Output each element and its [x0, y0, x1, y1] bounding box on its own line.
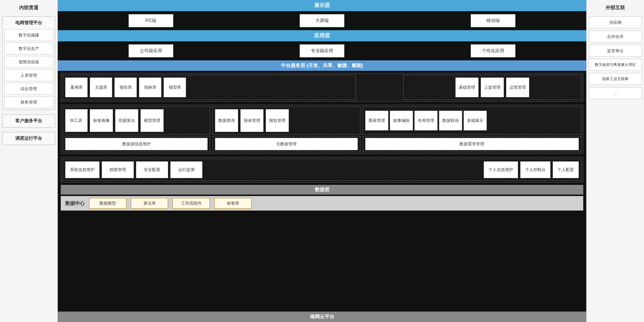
- layout-manage[interactable]: 布局管理: [414, 111, 438, 130]
- personal-console[interactable]: 个人控制台: [520, 161, 550, 178]
- analysis-section: BI工具 标签画像 挖掘算法 模型管理 数据查询 报表管理 报告管理 图表管理 …: [61, 105, 583, 154]
- analysis-top-row: BI工具 标签画像 挖掘算法 模型管理 数据查询 报表管理 报告管理 图表管理 …: [63, 107, 581, 135]
- mobile-box[interactable]: 移动端: [471, 14, 515, 27]
- workflow-component-box[interactable]: 工作流组件: [173, 198, 210, 209]
- analysis-group3: 图表管理 故事编辑 布局管理 数据联动 多端展示: [363, 107, 581, 135]
- indicator-library[interactable]: 指标库: [139, 78, 161, 97]
- report-table-manage[interactable]: 报表管理: [240, 109, 263, 132]
- chart-manage[interactable]: 图表管理: [365, 111, 388, 130]
- dispatch-title: 调度运行平台: [15, 134, 42, 143]
- model-library[interactable]: 模型库: [164, 78, 186, 97]
- datasource-maintain: 数据源信息维护: [63, 136, 210, 152]
- datasource-maintain-box[interactable]: 数据源信息维护: [65, 138, 208, 150]
- spacer: [358, 75, 401, 100]
- sidebar-right-digital-gov[interactable]: 数字政府与粤港澳大湾区: [589, 59, 642, 71]
- power-grid-group: 电网管理平台 数字化规建 数字化生产 智慧供应链 人资管理 综合管理 财务管理: [2, 16, 55, 110]
- sidebar-right-supplier[interactable]: 供应商: [589, 16, 642, 28]
- multi-display[interactable]: 多端展示: [464, 111, 487, 130]
- permission-manage[interactable]: 权限管理: [102, 161, 134, 178]
- report-library[interactable]: 报告库: [114, 78, 137, 97]
- library-group: 案例库 主题库 报告库 指标库 模型库: [63, 75, 356, 100]
- knowledge-row: 案例库 主题库 报告库 指标库 模型库 基础管理 上架管理 运营管理: [63, 75, 581, 100]
- analysis-group1: BI工具 标签画像 挖掘算法 模型管理: [63, 107, 210, 135]
- personal-app-box[interactable]: 个性化应用: [471, 44, 515, 57]
- system-group1-row: 系统信息维护 权限管理 安全配置 运行监测 个人信息维护 个人控制台 个人配置: [63, 159, 581, 181]
- sidebar-right: 外部互联 供应商 合作伙伴 监管单位 数字政府与粤港澳大湾区 国家工业互联网 .…: [586, 0, 644, 322]
- analysis-bottom-row: 数据源信息维护 元数据管理 数据需求管理: [63, 136, 581, 152]
- personal-config[interactable]: 个人配置: [553, 161, 579, 178]
- model-manage[interactable]: 模型管理: [141, 109, 164, 132]
- sidebar-item-finance[interactable]: 财务管理: [4, 96, 53, 108]
- theme-library[interactable]: 主题库: [90, 78, 112, 97]
- display-layer-items: PC端 大屏端 移动端: [58, 11, 586, 30]
- customer-service-title: 客户服务平台: [15, 116, 42, 126]
- bi-tool[interactable]: BI工具: [65, 109, 88, 132]
- sidebar-item-comprehensive[interactable]: 综合管理: [4, 83, 53, 95]
- data-demand-manage: 数据需求管理: [363, 136, 581, 152]
- inner-sections: 案例库 主题库 报告库 指标库 模型库 基础管理 上架管理 运营管理: [58, 71, 586, 312]
- sidebar-item-digital-prod[interactable]: 数字化生产: [4, 42, 53, 54]
- sidebar-item-hr[interactable]: 人资管理: [4, 69, 53, 81]
- analysis-group2: 数据查询 报表管理 报告管理: [212, 107, 360, 135]
- data-layer-header: 数据层: [61, 185, 583, 195]
- sidebar-item-smart-supply[interactable]: 智慧供应链: [4, 56, 53, 68]
- tag-library-box[interactable]: 标签库: [214, 198, 252, 209]
- sidebar-item-digital-build[interactable]: 数字化规建: [4, 29, 53, 41]
- power-grid-title: 电网管理平台: [15, 18, 42, 28]
- report-manage[interactable]: 报告管理: [266, 109, 289, 132]
- metadata-manage: 元数据管理: [212, 136, 360, 152]
- operation-manage[interactable]: 运营管理: [506, 78, 529, 97]
- metadata-manage-box[interactable]: 元数据管理: [215, 138, 357, 150]
- sidebar-right-more[interactable]: ...: [589, 87, 642, 99]
- personal-info-maintain[interactable]: 个人信息维护: [484, 161, 518, 178]
- data-center-label: 数据中心: [65, 200, 85, 207]
- big-screen-box[interactable]: 大屏端: [300, 14, 344, 27]
- data-link[interactable]: 数据联动: [439, 111, 462, 130]
- operation-monitor[interactable]: 运行监测: [170, 161, 202, 178]
- sidebar-right-industrial[interactable]: 国家工业互联网: [589, 73, 642, 85]
- sidebar-right-title: 外部互联: [606, 3, 625, 13]
- sidebar-left-title: 内部贯通: [19, 3, 38, 13]
- dispatch-group: 调度运行平台: [2, 132, 55, 145]
- data-model-box[interactable]: 数据模型: [89, 198, 126, 209]
- professional-app-box[interactable]: 专业级应用: [300, 44, 344, 57]
- app-layer-items: 公司级应用 专业级应用 个性化应用: [58, 41, 586, 60]
- system-section: 系统信息维护 权限管理 安全配置 运行监测 个人信息维护 个人控制台 个人配置: [61, 157, 583, 183]
- mining-algorithm[interactable]: 挖掘算法: [115, 109, 138, 132]
- management-group: 基础管理 上架管理 运营管理: [403, 75, 581, 100]
- story-edit[interactable]: 故事编辑: [390, 111, 413, 130]
- company-app-box[interactable]: 公司级应用: [129, 44, 173, 57]
- system-info-maintain[interactable]: 系统信息维护: [65, 161, 100, 178]
- pc-box[interactable]: PC端: [129, 14, 173, 27]
- app-layer-header: 应用层: [58, 30, 586, 41]
- shelf-manage[interactable]: 上架管理: [481, 78, 504, 97]
- tag-portrait[interactable]: 标签画像: [90, 109, 113, 132]
- data-center-row: 数据中心 数据模型 算法库 工作流组件 标签库: [61, 196, 583, 211]
- bottom-platform: 南网云平台: [58, 312, 586, 322]
- sidebar-right-partner[interactable]: 合作伙伴: [589, 31, 642, 42]
- display-layer-header: 展示层: [58, 0, 586, 11]
- data-demand-box[interactable]: 数据需求管理: [365, 138, 579, 150]
- knowledge-section: 案例库 主题库 报告库 指标库 模型库 基础管理 上架管理 运营管理: [61, 73, 583, 102]
- service-layer-header: 中台服务层 (开发、共享、敏捷、赋能): [58, 60, 586, 71]
- sidebar-right-regulator[interactable]: 监管单位: [589, 45, 642, 57]
- data-query[interactable]: 数据查询: [215, 109, 238, 132]
- algorithm-library-box[interactable]: 算法库: [131, 198, 168, 209]
- main-content: 展示层 PC端 大屏端 移动端 应用层 公司级应用 专业级应用 个性化应用 中台…: [58, 0, 586, 322]
- basic-manage[interactable]: 基础管理: [455, 78, 479, 97]
- case-library[interactable]: 案例库: [65, 78, 88, 97]
- customer-service-group: 客户服务平台: [2, 114, 55, 127]
- sidebar-left: 内部贯通 电网管理平台 数字化规建 数字化生产 智慧供应链 人资管理 综合管理 …: [0, 0, 58, 322]
- security-config[interactable]: 安全配置: [136, 161, 168, 178]
